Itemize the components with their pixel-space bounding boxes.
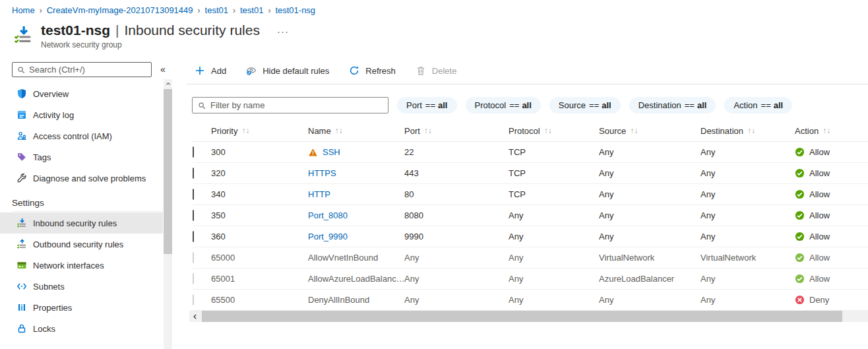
sidebar: « OverviewActivity logAccess control (IA…: [0, 58, 175, 349]
action-label: Allow: [809, 168, 830, 178]
sidebar-item-properties[interactable]: Properties: [0, 297, 163, 318]
page-title: test01-nsg: [41, 22, 110, 38]
scroll-left-icon[interactable]: [189, 311, 201, 322]
sidebar-collapse-button[interactable]: «: [160, 64, 166, 75]
sidebar-search[interactable]: [12, 62, 152, 77]
rules-table: Priority↑↓Name↑↓Port↑↓Protocol↑↓Source↑↓…: [187, 120, 868, 311]
row-checkbox[interactable]: [193, 294, 194, 305]
sidebar-item-label: Overview: [33, 89, 69, 99]
pill-field-label: Source: [559, 100, 586, 110]
breadcrumb-link[interactable]: test01: [240, 5, 263, 15]
scroll-up-icon[interactable]: [164, 79, 172, 88]
sidebar-item-inbound-security-rules[interactable]: Inbound security rules: [0, 212, 163, 234]
column-header-destination[interactable]: Destination↑↓: [700, 126, 795, 136]
network-interface-icon: [16, 260, 27, 270]
row-checkbox[interactable]: [193, 252, 194, 263]
row-checkbox[interactable]: [193, 231, 194, 242]
pill-field-label: Protocol: [475, 100, 507, 110]
rule-name-link[interactable]: HTTPS: [308, 168, 336, 178]
plus-icon: [195, 65, 205, 76]
sidebar-item-activity-log[interactable]: Activity log: [0, 104, 163, 125]
add-button[interactable]: Add: [195, 65, 226, 76]
action-cell: Allow: [795, 232, 868, 241]
sidebar-item-label: Diagnose and solve problems: [33, 174, 146, 183]
row-checkbox[interactable]: [193, 189, 194, 200]
rule-name-link[interactable]: HTTP: [308, 189, 330, 199]
settings-section-label: Settings: [0, 195, 163, 210]
name-cell: DenyAllInBound: [308, 295, 404, 305]
lock-icon: [16, 323, 27, 334]
breadcrumb-link[interactable]: Home: [12, 5, 35, 15]
sidebar-item-overview[interactable]: Overview: [0, 83, 163, 104]
filter-pill-source[interactable]: Source==all: [549, 97, 621, 113]
column-header-action[interactable]: Action↑↓: [795, 126, 868, 136]
table-row: 65000AllowVnetInBoundAnyAnyVirtualNetwor…: [193, 247, 868, 269]
column-header-label: Action: [795, 126, 819, 136]
sidebar-item-tags[interactable]: Tags: [0, 146, 163, 168]
rule-name: DenyAllInBound: [308, 295, 369, 305]
row-checkbox[interactable]: [193, 168, 194, 179]
filter-pill-destination[interactable]: Destination==all: [629, 97, 716, 113]
destination-cell: Any: [700, 147, 795, 157]
column-header-label: Destination: [700, 126, 743, 136]
action-label: Allow: [809, 274, 830, 284]
hide-default-rules-button[interactable]: Hide default rules: [246, 65, 329, 76]
sidebar-item-network-interfaces[interactable]: Network interfaces: [0, 255, 163, 276]
sidebar-item-label: Subnets: [33, 282, 65, 292]
sidebar-search-input[interactable]: [29, 65, 146, 75]
pill-operator: ==: [761, 100, 771, 110]
action-label: Allow: [809, 147, 830, 157]
sort-icon: ↑↓: [822, 126, 830, 135]
table-row: 350Port_80808080AnyAnyAnyAllow: [193, 205, 868, 226]
sidebar-item-subnets[interactable]: Subnets: [0, 276, 163, 297]
column-header-name[interactable]: Name↑↓: [308, 126, 404, 136]
activity-log-icon: [16, 110, 27, 120]
row-checkbox[interactable]: [193, 210, 194, 221]
filter-by-name-box[interactable]: [192, 97, 388, 113]
filter-pill-action[interactable]: Action==all: [724, 97, 792, 113]
table-row: 320HTTPS443TCPAnyAnyAllow: [193, 163, 868, 184]
more-menu-button[interactable]: ···: [277, 26, 289, 37]
toolbar-divider: [187, 84, 868, 84]
column-header-protocol[interactable]: Protocol↑↓: [509, 126, 599, 136]
table-row: 300SSH22TCPAnyAnyAllow: [193, 142, 868, 163]
row-checkbox[interactable]: [193, 273, 194, 284]
horizontal-scrollbar[interactable]: [189, 311, 868, 322]
name-cell: HTTP: [308, 189, 404, 199]
checkbox-cell: [193, 189, 211, 199]
title-separator: |: [115, 22, 119, 38]
filter-pill-port[interactable]: Port==all: [397, 97, 457, 113]
column-header-priority[interactable]: Priority↑↓: [211, 126, 308, 136]
sidebar-item-diagnose-and-solve-problems[interactable]: Diagnose and solve problems: [0, 168, 163, 189]
refresh-icon: [349, 65, 359, 76]
breadcrumb-link[interactable]: test01-nsg: [275, 5, 315, 15]
column-header-port[interactable]: Port↑↓: [404, 126, 509, 136]
breadcrumb-link[interactable]: CreateVm-myImage-20210713091449: [47, 5, 193, 15]
outbound-rules-icon: [16, 239, 27, 249]
rule-name-link[interactable]: SSH: [323, 147, 340, 157]
filter-pill-protocol[interactable]: Protocol==all: [466, 97, 541, 113]
column-header-source[interactable]: Source↑↓: [599, 126, 700, 136]
rule-name-link[interactable]: Port_8080: [308, 210, 348, 220]
horizontal-scrollbar-thumb[interactable]: [202, 311, 842, 322]
refresh-button[interactable]: Refresh: [349, 65, 396, 76]
port-cell: 443: [404, 168, 509, 178]
sort-icon: ↑↓: [424, 126, 432, 135]
horizontal-scrollbar-track[interactable]: [201, 311, 868, 322]
sort-icon: ↑↓: [335, 126, 343, 135]
breadcrumb-separator-icon: ›: [40, 6, 42, 15]
source-cell: Any: [599, 295, 700, 305]
sidebar-nav-settings: Inbound security rulesOutbound security …: [0, 212, 163, 339]
row-checkbox[interactable]: [193, 146, 194, 158]
sidebar-item-outbound-security-rules[interactable]: Outbound security rules: [0, 234, 163, 255]
rule-name-link[interactable]: Port_9990: [308, 232, 348, 241]
breadcrumb-link[interactable]: test01: [205, 5, 228, 15]
sidebar-item-locks[interactable]: Locks: [0, 318, 163, 339]
filter-by-name-input[interactable]: [210, 100, 383, 110]
sidebar-scrollbar[interactable]: [164, 79, 172, 349]
sidebar-scrollbar-thumb[interactable]: [164, 89, 172, 254]
sidebar-item-access-control-iam-[interactable]: Access control (IAM): [0, 125, 163, 146]
sidebar-item-label: Inbound security rules: [33, 218, 117, 228]
port-cell: 80: [404, 189, 509, 199]
checkbox-cell: [193, 295, 211, 305]
